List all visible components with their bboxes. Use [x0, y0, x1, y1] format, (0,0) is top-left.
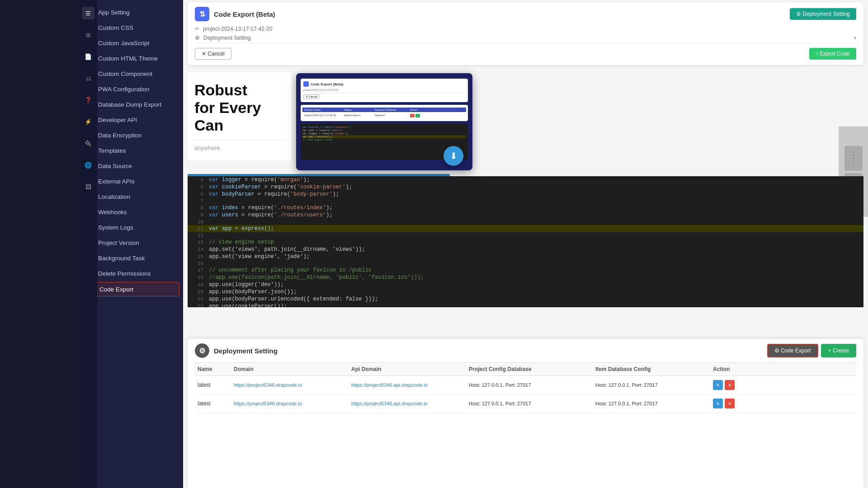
external-apis-icon[interactable]: 🌐	[82, 159, 94, 171]
line-number: 8	[188, 205, 203, 211]
line-number: 10	[188, 219, 203, 225]
code-line: 7	[188, 198, 863, 204]
line-content: app.use(cookieParser());	[209, 303, 287, 307]
line-number: 17	[188, 267, 203, 273]
line-number: 20	[188, 289, 203, 295]
top-panel: ⇅ Code Export (Beta) ⚙ Deployment Settin…	[188, 2, 863, 65]
line-content: var bodyParser = require('body-parser');	[209, 191, 339, 197]
collections-icon[interactable]: 🗂	[82, 72, 94, 84]
code-line: 10	[188, 219, 863, 225]
code-line: 18//app.use(favicon(path.join(__dirname,…	[188, 274, 863, 281]
screenshot-table-area: Project Name Status Request Selected Act…	[301, 105, 468, 121]
content-area: ⇅ Code Export (Beta) ⚙ Deployment Settin…	[183, 0, 868, 488]
screenshot-inner: Code Export (Beta) project-2024-13-17-17…	[301, 79, 468, 102]
code-line: 15app.set('view engine', 'jade');	[188, 253, 863, 260]
deployment-panel: ⚙ Deployment Setting ⚙ Code Export + Cre…	[188, 339, 863, 488]
line-number: 21	[188, 296, 203, 302]
line-content: var app = express();	[209, 225, 274, 232]
line-content: var index = require('./routes/index');	[209, 205, 333, 211]
code-line: 22app.use(cookieParser());	[188, 303, 863, 307]
pages-icon[interactable]: 📄	[82, 50, 94, 63]
code-line: 4var logger = require('morgan');	[188, 176, 863, 183]
edit-icon-1[interactable]: ✎	[713, 380, 723, 390]
line-content: //app.use(favicon(path.join(__dirname, '…	[209, 274, 424, 281]
line-number: 13	[188, 239, 203, 245]
plugins-icon[interactable]: 🔌	[82, 137, 94, 150]
table-header-row: Name Domain Api Domain Project Config Da…	[195, 362, 856, 376]
line-number: 19	[188, 282, 203, 287]
deployment-panel-title: ⚙ Deployment Setting	[195, 343, 278, 358]
line-number: 16	[188, 261, 203, 266]
settings-icon-small: ⚙	[195, 35, 200, 41]
chevron-down-icon: ▾	[854, 35, 856, 41]
supports-icon[interactable]: ❓	[82, 94, 94, 106]
code-line: 16	[188, 260, 863, 267]
button-group: ✕ Cancel ↑ Export Code	[195, 48, 856, 60]
code-line: 21app.use(bodyParser.urlencoded({ extend…	[188, 296, 863, 303]
line-content: app.set('view engine', 'jade');	[209, 253, 310, 260]
code-line: 20app.use(bodyParser.json());	[188, 288, 863, 296]
code-line: 11var app = express();	[188, 225, 863, 232]
deployment-action-buttons: ⚙ Code Export + Create	[767, 344, 856, 357]
left-icon-rail: ☰ ⊞ 📄 🗂 ❓ ⚡ 🔌 🌐 🖼	[79, 0, 97, 488]
line-content: // view engine setup	[209, 239, 274, 245]
code-line: 14app.set('views', path.join(__dirname, …	[188, 246, 863, 253]
gear-circle-icon: ⚙	[195, 343, 209, 358]
top-panel-header: ⇅ Code Export (Beta) ⚙ Deployment Settin…	[195, 7, 856, 21]
deployment-row: ⚙ Deployment Setting ▾	[195, 35, 856, 43]
code-export-title: ⇅ Code Export (Beta)	[195, 7, 275, 21]
line-number: 11	[188, 226, 203, 231]
scroll-icon-1: ⋮	[844, 146, 863, 171]
line-number: 14	[188, 247, 203, 252]
line-content: // uncomment after placing your favicon …	[209, 267, 372, 273]
delete-icon-1[interactable]: ✕	[725, 380, 735, 390]
line-content: app.set('views', path.join(__dirname, 'v…	[209, 246, 365, 253]
line-content: var users = require('./routes/users');	[209, 212, 333, 218]
row-actions: ✎ ✕	[713, 380, 854, 390]
code-line: 13// view engine setup	[188, 239, 863, 246]
hero-title: Robust for Every Can	[194, 81, 285, 134]
pencil-icon: ✏	[195, 26, 199, 32]
export-code-button[interactable]: ↑ Export Code	[809, 48, 856, 60]
hero-section: Robust for Every Can anywhere.	[188, 72, 292, 160]
layers-icon[interactable]: ☰	[82, 7, 94, 19]
code-export-deploy-button[interactable]: ⚙ Code Export	[767, 344, 818, 357]
line-content: var cookieParser = require('cookie-parse…	[209, 184, 352, 190]
deployment-table: Name Domain Api Domain Project Config Da…	[195, 362, 856, 413]
screenshot-code: var express = require('express'); var pa…	[301, 124, 468, 160]
line-content: app.use(bodyParser.urlencoded({ extended…	[209, 296, 378, 302]
edit-icon-2[interactable]: ✎	[713, 399, 723, 408]
line-number: 22	[188, 304, 203, 307]
components-icon[interactable]: ⊞	[82, 28, 94, 41]
code-line: 5var cookieParser = require('cookie-pars…	[188, 183, 863, 191]
line-number: 7	[188, 198, 203, 204]
code-line: 8var index = require('./routes/index');	[188, 204, 863, 211]
deployment-panel-header: ⚙ Deployment Setting ⚙ Code Export + Cre…	[195, 343, 856, 358]
code-line: 9var users = require('./routes/users');	[188, 211, 863, 219]
line-content: var logger = require('morgan');	[209, 177, 310, 183]
cancel-button[interactable]: ✕ Cancel	[195, 48, 231, 60]
hero-subtitle: anywhere.	[194, 140, 285, 151]
line-number: 12	[188, 233, 203, 238]
code-line: 19app.use(logger('dev'));	[188, 281, 863, 288]
download-button[interactable]: ⬇	[443, 146, 463, 166]
line-number: 5	[188, 184, 203, 190]
sidebar-item-code-export[interactable]: 💻 Code Export	[83, 282, 179, 296]
device-frame	[0, 0, 79, 488]
assets-icon[interactable]: 🖼	[82, 180, 94, 193]
table-row: latest https://project5346.drapcode.io h…	[195, 394, 856, 413]
events-icon[interactable]: ⚡	[82, 115, 94, 128]
table-row: latest https://project5346.drapcode.io h…	[195, 376, 856, 394]
code-line: 17// uncomment after placing your favico…	[188, 267, 863, 274]
line-number: 6	[188, 192, 203, 197]
delete-icon-2[interactable]: ✕	[725, 399, 735, 408]
deployment-setting-button[interactable]: ⚙ Deployment Setting	[790, 8, 856, 20]
code-editor: 4var logger = require('morgan');5var coo…	[188, 176, 863, 307]
create-deployment-button[interactable]: + Create	[821, 344, 856, 357]
line-number: 4	[188, 177, 203, 183]
code-export-icon-box: ⇅	[195, 7, 209, 21]
line-number: 9	[188, 212, 203, 218]
line-number: 18	[188, 275, 203, 280]
line-content: app.use(bodyParser.json());	[209, 289, 297, 295]
line-content: app.use(logger('dev'));	[209, 282, 284, 288]
